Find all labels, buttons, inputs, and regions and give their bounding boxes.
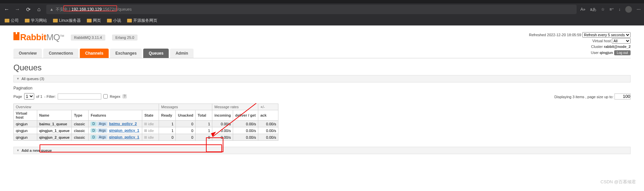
col-ack[interactable]: ack [258, 110, 278, 121]
state-cell: idle [142, 134, 159, 141]
user-label: User [591, 51, 599, 55]
browser-chrome: ← → ⟳ ⌂ ▲ 不安全 | 192.168.130.129:15672/#/… [0, 0, 644, 25]
profile-avatar[interactable] [625, 6, 632, 13]
feature-durable: D [91, 122, 96, 126]
queue-link[interactable]: qingjun_1_queue [37, 127, 72, 134]
bookmarks-bar: 公司 学习网站 Linux服务器 网页 小说 开源服务网页 [0, 15, 644, 25]
erlang-pill: Erlang 25.0 [112, 35, 138, 41]
bookmark-folder[interactable]: 小说 [107, 18, 121, 23]
address-bar[interactable]: ▲ 不安全 | 192.168.130.129:15672/#/queues [46, 5, 577, 14]
filter-row: Page 1 of 1 - Filter: Regex ? Displaying… [13, 93, 631, 100]
tab-queues[interactable]: Queues [143, 49, 169, 58]
favorite-icon[interactable]: ☆ [601, 7, 605, 12]
page-label: Page [13, 94, 22, 99]
queue-link[interactable]: qingjun_2_queue [37, 134, 72, 141]
col-ready[interactable]: Ready [159, 110, 176, 121]
col-total[interactable]: Total [196, 110, 212, 121]
bookmark-folder[interactable]: 开源服务网页 [127, 18, 157, 23]
regex-checkbox[interactable] [103, 94, 108, 99]
page-size-input[interactable] [614, 93, 631, 100]
feature-durable: D [91, 135, 96, 139]
forward-button[interactable]: → [14, 6, 21, 12]
folder-icon [127, 19, 132, 22]
tab-exchanges[interactable]: Exchanges [110, 49, 142, 58]
page-of: of 1 [36, 94, 42, 99]
page-select[interactable]: 1 [24, 93, 34, 100]
policy-link[interactable]: qingjun_policy_1 [109, 135, 139, 139]
all-queues-header[interactable]: ▼ All queues (3) [13, 75, 631, 82]
security-warning-icon: ▲ [50, 7, 54, 12]
bookmark-folder[interactable]: 公司 [5, 18, 19, 23]
page-content: RabbitMQTM RabbitMQ 3.11.4 Erlang 25.0 R… [0, 25, 644, 154]
features-cell: DArgs qingjun_policy_1 [89, 134, 142, 141]
group-messages: Messages [159, 104, 212, 110]
feature-durable: D [91, 128, 96, 133]
policy-link[interactable]: qingjun_policy_1 [109, 128, 139, 132]
pagination-label: Pagination [13, 86, 631, 90]
group-plus-minus[interactable]: +/- [258, 104, 278, 110]
read-aloud-icon[interactable]: A» [581, 7, 586, 12]
collections-icon[interactable]: ≡⁺ [609, 7, 614, 12]
col-state[interactable]: State [142, 110, 159, 121]
filter-input[interactable] [58, 93, 101, 100]
queue-link[interactable]: baimu_1_queue [37, 121, 72, 127]
folder-icon [5, 19, 9, 22]
policy-link[interactable]: baimu_policy_2 [109, 122, 137, 126]
feature-args: Args [97, 122, 108, 126]
folder-icon [25, 19, 30, 22]
header-right: Refreshed 2022-12-20 18:05:59 Refresh ev… [529, 32, 631, 56]
col-features[interactable]: Features [89, 110, 142, 121]
back-button[interactable]: ← [3, 6, 10, 12]
state-square-icon [144, 129, 147, 132]
vhost-select[interactable]: All [612, 38, 631, 44]
features-cell: DArgs baimu_policy_2 [89, 121, 142, 127]
annotation-box-total [206, 137, 223, 152]
watermark: CSDN @百慕倾君 [600, 179, 636, 185]
bookmark-folder[interactable]: 学习网站 [25, 18, 47, 23]
tab-overview[interactable]: Overview [13, 49, 42, 58]
page-title: Queues [13, 63, 631, 72]
tab-connections[interactable]: Connections [43, 49, 78, 58]
col-unacked[interactable]: Unacked [176, 110, 196, 121]
state-square-icon [144, 123, 147, 125]
cluster-label: Cluster [591, 45, 603, 49]
folder-icon [87, 19, 92, 22]
tab-admin[interactable]: Admin [170, 49, 193, 58]
folder-icon [107, 19, 112, 22]
rabbit-icon [13, 34, 19, 40]
table-row: qingjun qingjun_1_queue classic DArgs qi… [14, 127, 278, 134]
state-square-icon [144, 136, 147, 139]
logout-button[interactable]: Log out [614, 50, 631, 55]
annotation-url-box [63, 5, 117, 11]
bookmark-folder[interactable]: 网页 [87, 18, 101, 23]
col-type[interactable]: Type [72, 110, 89, 121]
reload-button[interactable]: ⟳ [25, 6, 32, 13]
refresh-select[interactable]: Refresh every 5 seconds [582, 32, 631, 38]
bookmark-folder[interactable]: Linux服务器 [53, 18, 81, 23]
downloads-icon[interactable]: ↓ [619, 7, 621, 12]
help-icon[interactable]: ? [122, 94, 127, 99]
tab-channels[interactable]: Channels [80, 49, 109, 58]
feature-args: Args [97, 128, 108, 133]
more-icon[interactable]: ⋯ [637, 7, 641, 12]
rabbitmq-logo: RabbitMQTM [13, 32, 64, 43]
browser-right-icons: A» aあ ☆ ≡⁺ ↓ ⋯ [581, 6, 641, 13]
vhost-label: Virtual host [592, 39, 611, 43]
chevron-down-icon: ▼ [16, 77, 19, 80]
version-pill: RabbitMQ 3.11.4 [71, 35, 105, 41]
col-vhost[interactable]: Virtual host [14, 110, 37, 121]
col-name[interactable]: Name [37, 110, 72, 121]
home-button[interactable]: ⌂ [36, 6, 42, 12]
refreshed-label: Refreshed 2022-12-20 18:05:59 [529, 33, 581, 37]
folder-icon [53, 19, 58, 22]
col-incoming[interactable]: incoming [212, 110, 233, 121]
state-cell: idle [142, 127, 159, 134]
col-deliver[interactable]: deliver / get [233, 110, 258, 121]
translate-icon[interactable]: aあ [590, 7, 596, 12]
group-message-rates: Message rates [212, 104, 258, 110]
cluster-value: rabbit@node_2 [604, 45, 631, 49]
features-cell: DArgs qingjun_policy_1 [89, 127, 142, 134]
displaying-label: Displaying 3 items , page size up to: [554, 94, 613, 99]
chevron-down-icon: ▼ [16, 149, 19, 152]
feature-args: Args [97, 135, 108, 139]
